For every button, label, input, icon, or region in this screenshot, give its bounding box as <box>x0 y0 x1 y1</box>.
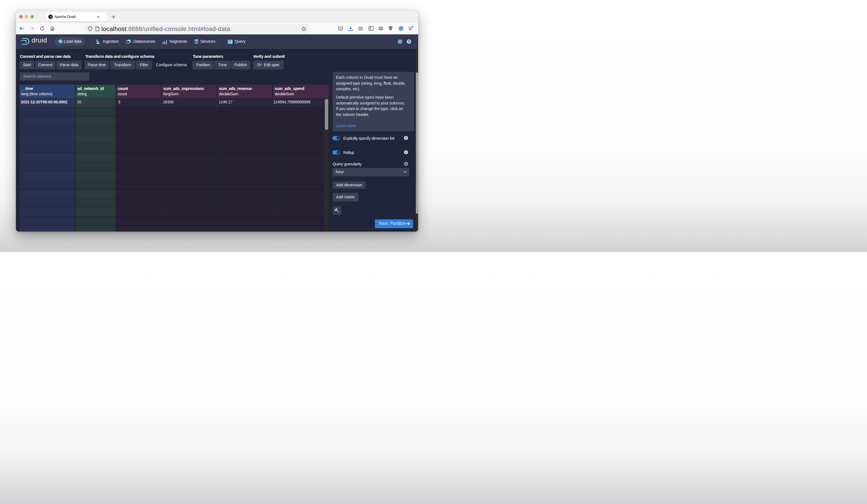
svg-text:?: ? <box>408 40 410 43</box>
svg-text:uo: uo <box>390 27 392 29</box>
